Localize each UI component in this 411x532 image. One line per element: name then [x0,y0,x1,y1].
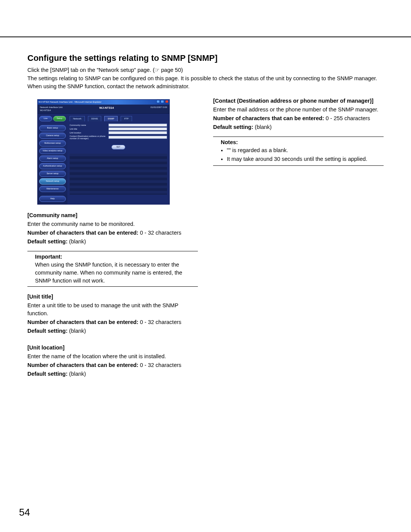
contact-desc: Enter the mail address or the phone numb… [213,106,384,114]
unit-title-desc: Enter a unit title to be used to manage … [27,302,198,318]
community-chars-value: 0 - 32 characters [139,230,182,236]
field-label-community: Community name [70,124,106,126]
maximize-icon[interactable] [161,100,164,103]
contact-default-label: Default setting: [213,124,253,130]
page-number: 54 [19,507,30,518]
unit-location-input[interactable] [108,131,167,134]
field-label-unit-location: Unit location [70,132,106,134]
contact-default-value: (blank) [253,124,272,130]
unit-title-default-value: (blank) [68,328,86,334]
header-small-text: Network Interface Unit WJ-NT314 [40,106,62,112]
nav-multiscreen-setup[interactable]: Multiscreen setup [39,140,66,146]
nav-video-analytics-setup[interactable]: Video analytics setup [39,148,66,154]
intro-line-1: Click the [SNMP] tab on the "Network set… [27,66,384,74]
nav-camera-setup[interactable]: Camera setup [39,133,66,139]
window-controls [156,100,169,104]
setup-button[interactable]: Setup [53,116,66,121]
notes-title: Notes: [213,138,384,146]
community-title: [Community name] [27,212,77,218]
community-chars-label: Number of characters that can be entered… [27,230,139,236]
community-default-value: (blank) [68,238,86,245]
unit-location-chars-value: 0 - 32 characters [139,362,182,368]
unit-title-chars-label: Number of characters that can be entered… [27,319,139,325]
window-title: WJ-NT314 Network Interface Unit - Micros… [38,100,101,104]
tab-network[interactable]: Network [70,116,85,121]
close-icon[interactable] [165,100,169,103]
intro-line-2: The settings relating to SNMP can be con… [27,75,384,90]
screenshot-window: WJ-NT314 Network Interface Unit - Micros… [37,99,170,205]
nav-maintenance[interactable]: Maintenance [39,186,66,192]
tab-ftp[interactable]: FTP [121,116,132,121]
nav-authentication-setup[interactable]: Authentication setup [39,163,66,169]
tab-ddns[interactable]: DDNS [88,116,101,121]
important-title: Important: [27,253,198,261]
community-desc: Enter the community name to be monitored… [27,220,198,228]
nav-help[interactable]: Help [39,196,66,202]
header-title: WJ-NT314 [99,106,114,112]
field-label-unit-title: Unit title [70,128,106,130]
unit-location-default-value: (blank) [68,371,86,377]
tab-snmp[interactable]: SNMP [104,116,118,121]
unit-location-title: [Unit location] [27,345,64,351]
unit-title-title: [Unit title] [27,294,53,300]
community-default-label: Default setting: [27,238,68,245]
unit-title-default-label: Default setting: [27,328,68,334]
content-stripes [70,154,167,195]
nav-network-setup[interactable]: Network setup [39,178,66,184]
contact-chars-value: 0 - 255 characters [324,115,370,121]
important-body: When using the SNMP function, it is nece… [27,261,198,285]
unit-title-input[interactable] [108,127,167,130]
notes-item-2: It may take around 30 seconds until the … [227,155,384,163]
nav-alarm-setup[interactable]: Alarm setup [39,156,66,162]
unit-location-chars-label: Number of characters that can be entered… [27,362,139,368]
contact-chars-label: Number of characters that can be entered… [213,115,324,121]
live-button[interactable]: Live [39,116,52,121]
unit-location-desc: Enter the name of the location where the… [27,353,198,360]
unit-location-default-label: Default setting: [27,371,68,377]
header-date: 01/01/2007 0:00 [151,106,167,112]
contact-title: [Contact (Destination address or phone n… [213,98,373,104]
community-input[interactable] [108,124,167,127]
field-label-contact: Contact (Destination address or phone nu… [70,135,106,140]
nav-server-setup[interactable]: Server setup [39,171,66,177]
contact-input[interactable] [108,136,167,139]
unit-title-chars-value: 0 - 32 characters [139,319,182,325]
page-heading: Configure the settings relating to SNMP … [27,53,384,63]
nav-basic-setup[interactable]: Basic setup [39,125,66,131]
set-button[interactable]: SET [112,145,126,149]
notes-item-1: "" is regarded as a blank. [227,146,384,154]
minimize-icon[interactable] [156,100,160,103]
